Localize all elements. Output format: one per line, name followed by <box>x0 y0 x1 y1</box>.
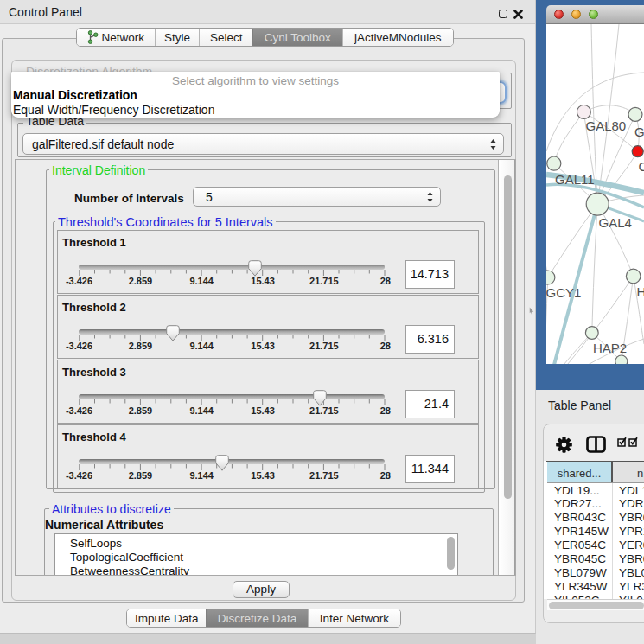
svg-text:GA: GA <box>634 124 644 139</box>
svg-text:H: H <box>637 284 644 299</box>
svg-text:GAL11: GAL11 <box>555 172 595 187</box>
svg-text:GAL4: GAL4 <box>599 215 632 230</box>
svg-text:GCY1: GCY1 <box>546 285 581 300</box>
svg-text:GAL80: GAL80 <box>586 118 627 133</box>
svg-text:C: C <box>639 159 644 174</box>
svg-text:HAP2: HAP2 <box>593 341 627 355</box>
